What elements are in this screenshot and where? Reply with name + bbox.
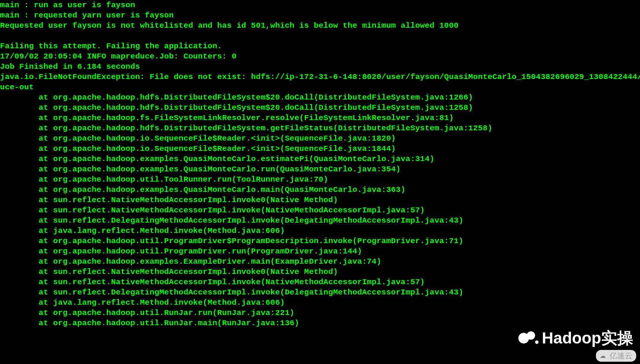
terminal-line: at org.apache.hadoop.hdfs.DistributedFil…	[0, 123, 640, 133]
terminal-line: at org.apache.hadoop.io.SequenceFile$Rea…	[0, 144, 640, 154]
terminal-line: at sun.reflect.NativeMethodAccessorImpl.…	[0, 277, 640, 287]
terminal-line: java.io.FileNotFoundException: File does…	[0, 72, 640, 82]
terminal-line: at org.apache.hadoop.examples.QuasiMonte…	[0, 154, 640, 164]
terminal-line: at org.apache.hadoop.examples.QuasiMonte…	[0, 164, 640, 174]
terminal-line: at sun.reflect.NativeMethodAccessorImpl.…	[0, 195, 640, 205]
terminal-line: at org.apache.hadoop.hdfs.DistributedFil…	[0, 92, 640, 103]
terminal-line: at org.apache.hadoop.util.RunJar.main(Ru…	[0, 318, 640, 328]
terminal-line: main : requested yarn user is fayson	[0, 10, 640, 21]
terminal-line: at org.apache.hadoop.util.ProgramDriver$…	[0, 236, 640, 246]
terminal-line: at org.apache.hadoop.examples.ExampleDri…	[0, 256, 640, 267]
terminal-line: at org.apache.hadoop.hdfs.DistributedFil…	[0, 103, 640, 113]
terminal-line: at org.apache.hadoop.util.RunJar.run(Run…	[0, 308, 640, 318]
terminal-output[interactable]: main : run as user is faysonmain : reque…	[0, 0, 640, 364]
terminal-line: at sun.reflect.DelegatingMethodAccessorI…	[0, 287, 640, 298]
terminal-line: at org.apache.hadoop.fs.FileSystemLinkRe…	[0, 113, 640, 123]
terminal-line: Job Finished in 6.184 seconds	[0, 62, 640, 72]
terminal-line: main : run as user is fayson	[0, 0, 640, 10]
terminal-line: at org.apache.hadoop.io.SequenceFile$Rea…	[0, 133, 640, 144]
terminal-line: Failing this attempt. Failing the applic…	[0, 41, 640, 51]
terminal-line: 17/09/02 20:05:04 INFO mapreduce.Job: Co…	[0, 51, 640, 62]
terminal-line: at org.apache.hadoop.examples.QuasiMonte…	[0, 185, 640, 195]
terminal-line: at java.lang.reflect.Method.invoke(Metho…	[0, 298, 640, 308]
terminal-line: uce-out	[0, 82, 640, 92]
terminal-line: at sun.reflect.DelegatingMethodAccessorI…	[0, 215, 640, 226]
terminal-line: Requested user fayson is not whitelisted…	[0, 21, 640, 31]
terminal-line: at sun.reflect.NativeMethodAccessorImpl.…	[0, 205, 640, 215]
terminal-line: at java.lang.reflect.Method.invoke(Metho…	[0, 226, 640, 236]
terminal-line: at sun.reflect.NativeMethodAccessorImpl.…	[0, 267, 640, 277]
terminal-line	[0, 31, 640, 41]
terminal-line: at org.apache.hadoop.util.ToolRunner.run…	[0, 174, 640, 185]
terminal-line: at org.apache.hadoop.util.ProgramDriver.…	[0, 246, 640, 256]
